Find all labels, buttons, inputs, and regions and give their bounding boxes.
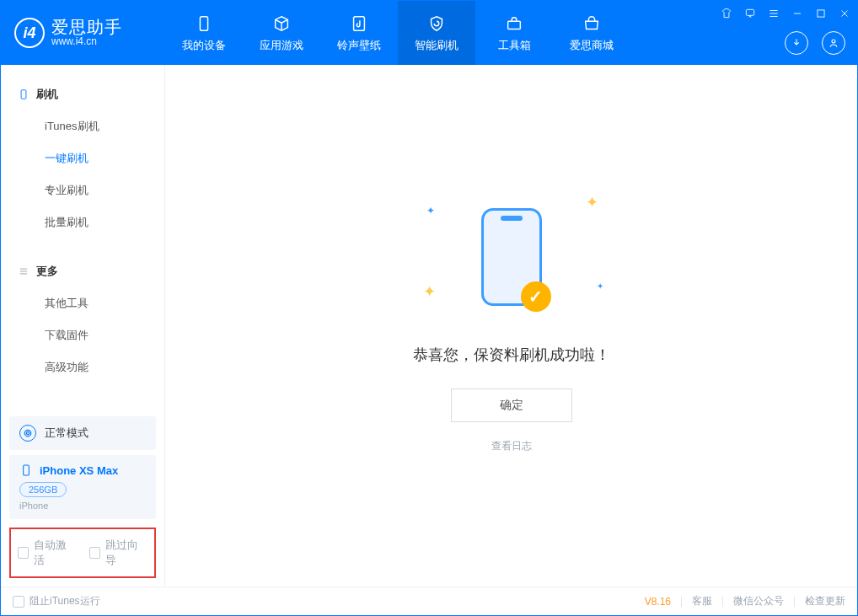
auto-activate-checkbox[interactable]: 自动激活 (18, 538, 76, 568)
version-label: V8.16 (645, 596, 671, 608)
device-mode-card[interactable]: 正常模式 (9, 416, 156, 450)
support-link[interactable]: 客服 (692, 594, 712, 608)
nav-label: 智能刷机 (415, 38, 458, 53)
logo-area: i4 爱思助手 www.i4.cn (1, 1, 165, 65)
download-button[interactable] (785, 31, 808, 55)
confirm-button[interactable]: 确定 (451, 388, 572, 422)
nav-label: 应用游戏 (260, 38, 303, 53)
music-file-icon (348, 13, 370, 35)
main-content: ✓ ✦ ✦ ✦ ✦ 恭喜您，保资料刷机成功啦！ 确定 查看日志 (165, 65, 857, 587)
group-title: 刷机 (36, 87, 58, 102)
sparkle-icon: ✦ (597, 281, 603, 291)
sidebar: 刷机 iTunes刷机 一键刷机 专业刷机 批量刷机 更多 其他工具 下载固件 … (1, 65, 165, 587)
svg-rect-9 (24, 465, 29, 475)
sidebar-group-flash: 刷机 (1, 77, 164, 110)
status-right: V8.16 客服 微信公众号 检查更新 (645, 594, 845, 608)
cube-icon (271, 13, 292, 35)
top-nav: 我的设备 应用游戏 铃声壁纸 智能刷机 工具箱 爱思商城 (165, 1, 630, 65)
sidebar-item-advanced[interactable]: 高级功能 (1, 351, 164, 383)
sidebar-item-oneclick-flash[interactable]: 一键刷机 (1, 142, 164, 174)
list-icon (18, 265, 29, 277)
mode-label: 正常模式 (45, 426, 88, 441)
options-highlight-box: 自动激活 跳过向导 (9, 528, 156, 578)
svg-rect-3 (746, 9, 753, 15)
success-message: 恭喜您，保资料刷机成功啦！ (413, 345, 610, 365)
svg-rect-1 (354, 17, 365, 31)
checkbox-icon (18, 547, 29, 559)
device-name-row: iPhone XS Max (19, 463, 146, 477)
phone-outline-icon (19, 463, 33, 477)
nav-ringtones-wallpapers[interactable]: 铃声壁纸 (320, 1, 398, 65)
check-badge-icon: ✓ (521, 281, 551, 312)
skip-guide-checkbox[interactable]: 跳过向导 (89, 538, 147, 568)
svg-point-7 (26, 431, 29, 434)
status-left: 阻止iTunes运行 (13, 594, 100, 608)
view-log-link[interactable]: 查看日志 (491, 439, 532, 453)
check-update-link[interactable]: 检查更新 (805, 594, 845, 608)
nav-label: 铃声壁纸 (337, 38, 381, 53)
stop-itunes-checkbox[interactable]: 阻止iTunes运行 (13, 594, 100, 608)
wechat-link[interactable]: 微信公众号 (733, 594, 784, 608)
shield-refresh-icon (426, 13, 448, 35)
brand-name: 爱思助手 (51, 18, 122, 36)
sidebar-item-download-firmware[interactable]: 下载固件 (1, 319, 164, 351)
logo-text: 爱思助手 www.i4.cn (51, 18, 122, 47)
nav-smart-flash[interactable]: 智能刷机 (398, 1, 475, 65)
sparkle-icon: ✦ (426, 205, 435, 217)
sidebar-group-more: 更多 (1, 254, 164, 287)
maximize-icon[interactable] (813, 6, 829, 21)
svg-rect-0 (200, 17, 207, 31)
toolbox-icon (503, 13, 525, 35)
checkbox-label: 跳过向导 (105, 538, 147, 568)
device-icon (193, 13, 215, 35)
nav-my-device[interactable]: 我的设备 (165, 1, 243, 65)
sidebar-devices: 正常模式 iPhone XS Max 256GB iPhone 自动激活 (1, 411, 164, 587)
checkbox-label: 自动激活 (34, 538, 76, 568)
nav-store[interactable]: 爱思商城 (553, 1, 630, 65)
sparkle-icon: ✦ (586, 193, 598, 212)
svg-point-5 (832, 40, 835, 43)
titlebar: i4 爱思助手 www.i4.cn 我的设备 应用游戏 铃声壁纸 智能刷机 (1, 1, 857, 65)
divider (681, 597, 682, 607)
sidebar-item-batch-flash[interactable]: 批量刷机 (1, 206, 164, 238)
phone-icon (18, 88, 29, 100)
nav-toolbox[interactable]: 工具箱 (475, 1, 553, 65)
window-controls (719, 6, 852, 21)
device-info-card[interactable]: iPhone XS Max 256GB iPhone (9, 455, 156, 519)
sidebar-scroll: 刷机 iTunes刷机 一键刷机 专业刷机 批量刷机 更多 其他工具 下载固件 … (1, 65, 164, 411)
feedback-icon[interactable] (743, 6, 758, 21)
nav-apps-games[interactable]: 应用游戏 (243, 1, 320, 65)
divider (794, 597, 795, 607)
skin-icon[interactable] (719, 6, 734, 21)
nav-label: 我的设备 (182, 38, 226, 53)
mode-icon (19, 425, 36, 442)
nav-label: 工具箱 (498, 38, 531, 53)
logo-icon: i4 (14, 18, 45, 48)
sidebar-item-itunes-flash[interactable]: iTunes刷机 (1, 110, 164, 142)
capacity-badge: 256GB (19, 482, 67, 497)
menu-icon[interactable] (766, 6, 781, 21)
account-button[interactable] (822, 31, 845, 55)
svg-point-8 (24, 430, 31, 437)
checkbox-icon (13, 596, 24, 608)
svg-rect-4 (818, 10, 824, 17)
checkbox-icon (89, 547, 100, 559)
body: 刷机 iTunes刷机 一键刷机 专业刷机 批量刷机 更多 其他工具 下载固件 … (1, 65, 857, 587)
close-icon[interactable] (837, 6, 852, 21)
sidebar-item-other-tools[interactable]: 其他工具 (1, 287, 164, 319)
sidebar-item-pro-flash[interactable]: 专业刷机 (1, 174, 164, 206)
svg-rect-2 (508, 21, 521, 29)
device-name: iPhone XS Max (40, 464, 118, 477)
nav-label: 爱思商城 (570, 38, 614, 53)
device-subtype: iPhone (19, 501, 146, 511)
app-window: i4 爱思助手 www.i4.cn 我的设备 应用游戏 铃声壁纸 智能刷机 (0, 0, 858, 616)
success-illustration: ✓ ✦ ✦ ✦ ✦ (448, 198, 575, 316)
sparkle-icon: ✦ (423, 282, 436, 301)
brand-url: www.i4.cn (51, 36, 122, 47)
header-right (785, 31, 845, 55)
minimize-icon[interactable] (790, 6, 805, 21)
group-title: 更多 (36, 264, 58, 279)
statusbar: 阻止iTunes运行 V8.16 客服 微信公众号 检查更新 (1, 587, 857, 615)
store-icon (581, 13, 603, 35)
checkbox-label: 阻止iTunes运行 (29, 594, 100, 608)
